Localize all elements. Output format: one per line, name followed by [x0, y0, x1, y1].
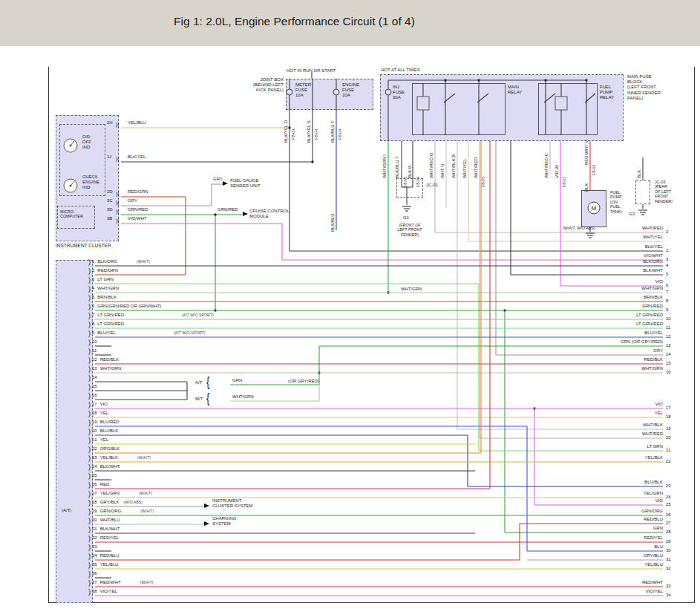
- wire-layer: M: [0, 0, 700, 609]
- svg-text:M: M: [592, 205, 597, 212]
